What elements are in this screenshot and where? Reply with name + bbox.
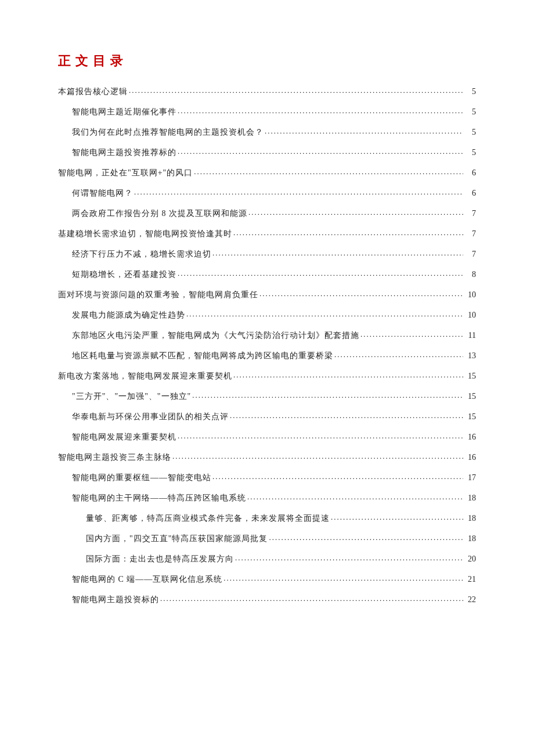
toc-dots (160, 594, 463, 602)
toc-entry[interactable]: 国际方面：走出去也是特高压发展方向20 (58, 553, 476, 563)
toc-dots (360, 330, 463, 338)
toc-entry[interactable]: 地区耗电量与资源禀赋不匹配，智能电网将成为跨区输电的重要桥梁13 (58, 350, 476, 360)
toc-entry-page: 7 (464, 210, 476, 218)
toc-entry-label: 两会政府工作报告分别 8 次提及互联网和能源 (72, 210, 247, 218)
toc-dots (331, 513, 463, 521)
toc-entry[interactable]: 智能电网的 C 端——互联网化信息系统21 (58, 574, 476, 584)
toc-entry-label: 何谓智能电网？ (72, 189, 133, 197)
toc-entry-page: 15 (464, 393, 476, 401)
toc-dots (269, 533, 463, 541)
toc-entry-page: 18 (464, 535, 476, 543)
toc-entry-label: 智能电网，正处在"互联网+"的风口 (58, 169, 193, 177)
toc-entry-label: 东部地区火电污染严重，智能电网成为《大气污染防治行动计划》配套措施 (72, 332, 359, 340)
toc-entry[interactable]: 智能电网主题投资三条主脉络16 (58, 452, 476, 462)
toc-entry[interactable]: 智能电网主题投资标的22 (58, 594, 476, 604)
toc-entry[interactable]: 新电改方案落地，智能电网发展迎来重要契机15 (58, 370, 476, 380)
toc-entry-label: 本篇报告核心逻辑 (58, 88, 128, 96)
toc-entry-label: 智能电网的 C 端——互联网化信息系统 (72, 575, 222, 584)
toc-entry[interactable]: 智能电网的重要枢纽——智能变电站17 (58, 472, 476, 482)
toc-entry-label: 智能电网主题近期催化事件 (72, 108, 176, 116)
toc-entry-page: 17 (464, 474, 476, 482)
toc-entry-label: 面对环境与资源问题的双重考验，智能电网肩负重任 (58, 291, 258, 299)
toc-entry-label: 智能电网的重要枢纽——智能变电站 (72, 474, 211, 482)
toc-dots (212, 249, 463, 257)
toc-entry-page: 16 (464, 453, 476, 462)
toc-entry[interactable]: 经济下行压力不减，稳增长需求迫切7 (58, 249, 476, 258)
toc-entry-page: 22 (464, 596, 476, 604)
toc-dots (194, 167, 463, 175)
toc-entry-label: 新电改方案落地，智能电网发展迎来重要契机 (58, 372, 232, 380)
toc-entry[interactable]: 面对环境与资源问题的双重考验，智能电网肩负重任10 (58, 289, 476, 299)
toc-entry[interactable]: 智能电网发展迎来重要契机16 (58, 431, 476, 441)
toc-dots (212, 472, 463, 480)
toc-entry[interactable]: 何谓智能电网？6 (58, 188, 476, 197)
toc-entry[interactable]: 两会政府工作报告分别 8 次提及互联网和能源7 (58, 208, 476, 218)
toc-entry[interactable]: "三方开"、"一加强"、"一独立"15 (58, 391, 476, 401)
toc-dots (259, 289, 463, 297)
toc-entry[interactable]: 智能电网主题投资推荐标的5 (58, 147, 476, 157)
toc-entry-page: 10 (464, 291, 476, 299)
toc-dots (178, 431, 463, 440)
toc-entry[interactable]: 智能电网的主干网络——特高压跨区输电系统18 (58, 492, 476, 502)
toc-dots (178, 106, 463, 114)
toc-entry-page: 7 (464, 250, 476, 258)
toc-entry[interactable]: 基建稳增长需求迫切，智能电网投资恰逢其时7 (58, 228, 476, 238)
toc-dots (186, 309, 463, 318)
toc-dots (172, 452, 463, 460)
toc-entry-page: 6 (464, 169, 476, 177)
toc-entry[interactable]: 智能电网，正处在"互联网+"的风口6 (58, 167, 476, 177)
toc-entry-page: 18 (464, 514, 476, 523)
toc-dots (247, 492, 463, 501)
toc-dots (129, 86, 463, 94)
toc-entry[interactable]: 我们为何在此时点推荐智能电网的主题投资机会？5 (58, 127, 476, 136)
toc-title: 正文目录 (58, 52, 476, 70)
toc-entry-label: 智能电网的主干网络——特高压跨区输电系统 (72, 494, 246, 502)
toc-entry[interactable]: 发展电力能源成为确定性趋势10 (58, 309, 476, 319)
toc-entry-label: 国际方面：走出去也是特高压发展方向 (86, 555, 234, 563)
toc-dots (235, 553, 463, 561)
toc-entry-page: 10 (464, 311, 476, 319)
toc-container: 本篇报告核心逻辑5智能电网主题近期催化事件5我们为何在此时点推荐智能电网的主题投… (58, 86, 476, 604)
document-page: 正文目录 本篇报告核心逻辑5智能电网主题近期催化事件5我们为何在此时点推荐智能电… (0, 0, 534, 649)
toc-entry[interactable]: 东部地区火电污染严重，智能电网成为《大气污染防治行动计划》配套措施11 (58, 330, 476, 340)
toc-entry-page: 5 (464, 149, 476, 157)
toc-entry-page: 8 (464, 271, 476, 279)
toc-entry-label: 量够、距离够，特高压商业模式条件完备，未来发展将全面提速 (86, 514, 330, 523)
toc-entry-page: 6 (464, 189, 476, 197)
toc-entry-page: 16 (464, 433, 476, 441)
toc-entry-page: 5 (464, 108, 476, 116)
toc-entry-page: 5 (464, 128, 476, 136)
toc-entry-label: 国内方面，"四交五直"特高压获国家能源局批复 (86, 535, 268, 543)
toc-entry-page: 15 (464, 372, 476, 380)
toc-dots (248, 208, 463, 216)
toc-entry-label: 短期稳增长，还看基建投资 (72, 271, 176, 279)
toc-entry-page: 5 (464, 88, 476, 96)
toc-entry[interactable]: 华泰电新与环保公用事业团队的相关点评15 (58, 411, 476, 421)
toc-entry-page: 11 (464, 332, 476, 340)
toc-entry[interactable]: 国内方面，"四交五直"特高压获国家能源局批复18 (58, 533, 476, 543)
toc-entry-page: 20 (464, 555, 476, 563)
toc-entry-label: 我们为何在此时点推荐智能电网的主题投资机会？ (72, 128, 264, 136)
toc-entry-label: 智能电网主题投资标的 (72, 596, 159, 604)
toc-entry-page: 13 (464, 352, 476, 360)
toc-dots (223, 574, 463, 582)
toc-entry[interactable]: 量够、距离够，特高压商业模式条件完备，未来发展将全面提速18 (58, 513, 476, 523)
toc-entry-page: 21 (464, 575, 476, 584)
toc-dots (134, 188, 463, 196)
toc-entry-label: 智能电网主题投资推荐标的 (72, 149, 176, 157)
toc-entry-label: 地区耗电量与资源禀赋不匹配，智能电网将成为跨区输电的重要桥梁 (72, 352, 333, 360)
toc-entry-label: "三方开"、"一加强"、"一独立" (72, 393, 191, 401)
toc-entry-page: 7 (464, 230, 476, 238)
toc-entry[interactable]: 智能电网主题近期催化事件5 (58, 106, 476, 116)
toc-entry-page: 15 (464, 413, 476, 421)
toc-entry[interactable]: 短期稳增长，还看基建投资8 (58, 269, 476, 279)
toc-entry-page: 18 (464, 494, 476, 502)
toc-dots (233, 370, 463, 379)
toc-entry-label: 华泰电新与环保公用事业团队的相关点评 (72, 413, 229, 421)
toc-dots (192, 391, 463, 399)
toc-dots (178, 269, 463, 277)
toc-dots (265, 127, 463, 135)
toc-entry[interactable]: 本篇报告核心逻辑5 (58, 86, 476, 96)
toc-dots (334, 350, 463, 358)
toc-dots (178, 147, 463, 155)
